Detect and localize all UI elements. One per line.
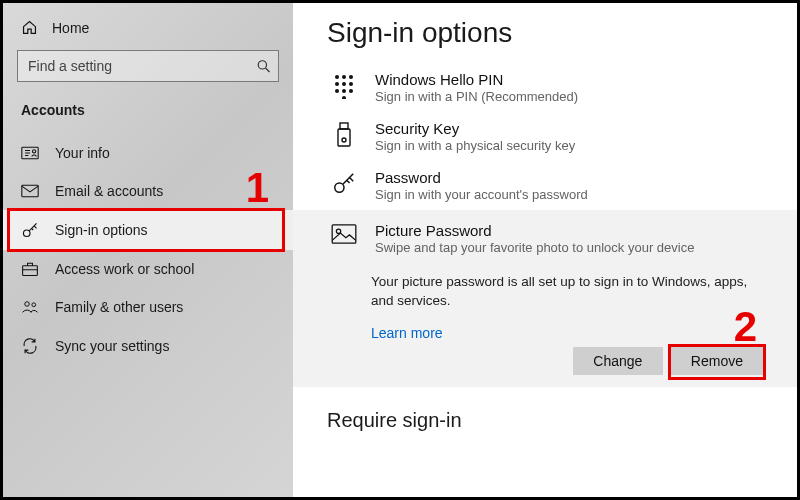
main-content: Sign-in options Windows Hello PIN Sign i…: [293, 3, 797, 497]
signin-option-picture-password-panel: Picture Password Swipe and tap your favo…: [293, 210, 797, 387]
svg-point-12: [342, 82, 346, 86]
svg-rect-18: [340, 123, 348, 129]
svg-point-7: [32, 303, 36, 307]
svg-rect-5: [23, 266, 38, 276]
require-signin-heading: Require sign-in: [327, 409, 797, 432]
nav-home-label: Home: [52, 20, 89, 36]
svg-rect-22: [332, 225, 356, 243]
sidebar-item-label: Sign-in options: [55, 222, 148, 238]
signin-option-security-key[interactable]: Security Key Sign in with a physical sec…: [327, 112, 797, 161]
sidebar-item-family-users[interactable]: Family & other users: [3, 288, 293, 326]
svg-rect-3: [22, 185, 38, 196]
option-subtitle: Sign in with your account's password: [375, 187, 588, 202]
change-button[interactable]: Change: [573, 347, 663, 375]
sidebar-item-your-info[interactable]: Your info: [3, 134, 293, 172]
option-title: Password: [375, 169, 588, 186]
sidebar-item-label: Sync your settings: [55, 338, 169, 354]
search-input[interactable]: [17, 50, 279, 82]
mail-icon: [21, 184, 39, 198]
svg-point-17: [342, 96, 346, 99]
sidebar-section-title: Accounts: [3, 96, 293, 134]
sidebar-item-label: Family & other users: [55, 299, 183, 315]
learn-more-link[interactable]: Learn more: [371, 325, 443, 341]
nav-home[interactable]: Home: [3, 15, 293, 46]
option-title: Picture Password: [375, 222, 694, 239]
sidebar-item-label: Your info: [55, 145, 110, 161]
option-title: Security Key: [375, 120, 575, 137]
page-title: Sign-in options: [327, 17, 797, 49]
sidebar-item-email-accounts[interactable]: Email & accounts: [3, 172, 293, 210]
briefcase-icon: [21, 261, 39, 277]
signin-option-password[interactable]: Password Sign in with your account's pas…: [327, 161, 797, 210]
sidebar-item-label: Email & accounts: [55, 183, 163, 199]
key-icon: [331, 169, 357, 195]
svg-point-20: [342, 138, 346, 142]
key-icon: [21, 221, 39, 239]
remove-button[interactable]: Remove: [671, 347, 763, 375]
svg-point-16: [349, 89, 353, 93]
sidebar-item-signin-options[interactable]: Sign-in options 1: [3, 210, 293, 250]
settings-search[interactable]: [17, 50, 279, 82]
svg-point-4: [23, 230, 30, 237]
sidebar-item-label: Access work or school: [55, 261, 194, 277]
option-title: Windows Hello PIN: [375, 71, 578, 88]
sidebar-item-work-school[interactable]: Access work or school: [3, 250, 293, 288]
svg-point-10: [349, 75, 353, 79]
sidebar-item-sync-settings[interactable]: Sync your settings: [3, 326, 293, 366]
svg-point-8: [335, 75, 339, 79]
svg-point-13: [349, 82, 353, 86]
option-subtitle: Sign in with a PIN (Recommended): [375, 89, 578, 104]
home-icon: [21, 19, 38, 36]
signin-option-pin[interactable]: Windows Hello PIN Sign in with a PIN (Re…: [327, 63, 797, 112]
option-subtitle: Swipe and tap your favorite photo to unl…: [375, 240, 694, 255]
svg-point-6: [25, 302, 30, 307]
usb-key-icon: [331, 120, 357, 148]
svg-point-15: [342, 89, 346, 93]
picture-password-status-text: Your picture password is all set up to s…: [371, 273, 767, 311]
option-subtitle: Sign in with a physical security key: [375, 138, 575, 153]
svg-point-14: [335, 89, 339, 93]
keypad-icon: [331, 71, 357, 99]
picture-icon: [331, 222, 357, 244]
id-card-icon: [21, 146, 39, 160]
annotation-number-2: 2: [734, 303, 757, 351]
settings-sidebar: Home Accounts Your info: [3, 3, 293, 497]
sync-icon: [21, 337, 39, 355]
svg-point-21: [335, 183, 344, 192]
svg-point-2: [32, 150, 35, 153]
people-icon: [21, 299, 39, 315]
svg-point-11: [335, 82, 339, 86]
svg-point-9: [342, 75, 346, 79]
signin-option-picture-password[interactable]: Picture Password Swipe and tap your favo…: [327, 220, 777, 263]
